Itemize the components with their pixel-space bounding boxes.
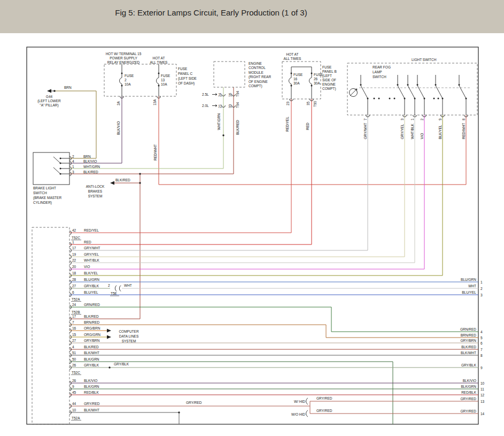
connector-tag: T52B bbox=[72, 310, 80, 314]
ecm-name: CONTROL bbox=[249, 66, 266, 70]
page: BRN G44 (LEFT LOWER "A" PILLAR) HOT W/ T… bbox=[0, 0, 504, 436]
wire-label: BRN bbox=[64, 86, 72, 89]
contact-dot bbox=[466, 98, 467, 100]
pin-number: 51 bbox=[72, 351, 76, 355]
fuse-label: FUSE bbox=[314, 73, 323, 77]
connector-tag: T94 bbox=[236, 90, 239, 97]
wire-label: BLK/YEL bbox=[438, 125, 442, 139]
ground-location: "A" PILLAR) bbox=[40, 103, 58, 108]
wire-label: RED/WHT bbox=[153, 144, 157, 160]
contact-dot bbox=[158, 73, 160, 74]
pin-number: 16 bbox=[72, 326, 76, 330]
light-switch-title: LIGHT SWITCH bbox=[412, 58, 437, 62]
ground-name: G44 bbox=[46, 95, 53, 98]
wire-label: BRN/RED bbox=[461, 333, 477, 337]
contact-dot bbox=[121, 73, 123, 74]
wire-label: RED bbox=[84, 240, 91, 244]
wire-label: VIO bbox=[84, 265, 90, 269]
wire-label: WHT/BLK bbox=[84, 258, 100, 262]
continuation-number: 14 bbox=[480, 412, 485, 416]
contact-dot bbox=[158, 85, 160, 87]
wire-label: BLK/RED bbox=[461, 345, 476, 349]
fuse-label: 16 bbox=[293, 77, 298, 81]
wire-label: RED/BLK bbox=[84, 391, 99, 394]
contact-dot bbox=[291, 73, 292, 74]
contact-dot bbox=[60, 168, 61, 170]
wire-label: RED/WHT bbox=[462, 123, 466, 139]
panel-name: SIDE OF bbox=[322, 78, 336, 82]
wire-label: WHT bbox=[124, 284, 132, 287]
switch-sub-label: SWITCH bbox=[373, 75, 386, 79]
contact-dot bbox=[397, 84, 399, 86]
wire-label: GRY/RED bbox=[316, 409, 332, 412]
ecm-name: OF ENGINE bbox=[249, 80, 268, 83]
wire-label: BLK/RED bbox=[236, 120, 239, 135]
switch-sub-label: REAR FOG bbox=[373, 65, 391, 69]
variant-label: W/O HID bbox=[291, 412, 305, 416]
pin-number: 18 bbox=[72, 271, 76, 275]
contact-dot bbox=[394, 98, 396, 100]
power-label: HOT W/ TERMINAL 15 bbox=[106, 52, 142, 56]
contact-dot bbox=[433, 98, 435, 100]
component-name: CYLINDER) bbox=[33, 201, 52, 205]
pin-number: 27 bbox=[72, 284, 76, 288]
contact-dot bbox=[360, 84, 362, 86]
wire-label: BLK/WHT bbox=[84, 408, 99, 412]
contact-dot bbox=[121, 85, 123, 87]
pin-number: 17 bbox=[72, 315, 76, 318]
wire-label: GRY/BRN bbox=[461, 339, 477, 342]
pin-number: 8 bbox=[462, 118, 466, 120]
wire-label: BLK/RED bbox=[115, 178, 130, 182]
pin-number: 19 bbox=[72, 253, 76, 256]
switch-sub-label: LAMP bbox=[373, 70, 382, 74]
wire-label: BLK/RED bbox=[84, 315, 99, 318]
junction-dot bbox=[222, 134, 224, 136]
panel-name: (LEFT bbox=[322, 74, 332, 78]
pin-number: 2A bbox=[117, 101, 120, 105]
contact-dot bbox=[291, 85, 292, 87]
pin-number: 10 bbox=[72, 408, 76, 412]
continuation-number: 9 bbox=[480, 366, 483, 370]
pin-number: 35 bbox=[306, 101, 310, 105]
contact-dot bbox=[311, 85, 313, 87]
pin-number: 15 bbox=[72, 333, 76, 336]
wire-label: RED bbox=[306, 123, 309, 130]
wire-label: GRY/BLK bbox=[461, 363, 477, 367]
wire-label: WHT bbox=[468, 284, 476, 288]
wire-label: BLU/GRN bbox=[461, 278, 476, 281]
pin-number: 9 bbox=[72, 385, 74, 388]
contact-dot bbox=[442, 98, 444, 100]
panel-name: FUSE bbox=[178, 67, 188, 71]
wire-label: BLK/VIO bbox=[463, 379, 476, 383]
continuation-number: 5 bbox=[480, 336, 483, 340]
ecm-name: ENGINE bbox=[249, 62, 262, 65]
pin-number: 2 bbox=[108, 284, 110, 287]
wire-label: GRN/RED bbox=[84, 303, 100, 307]
continuation-number: 7 bbox=[480, 348, 483, 351]
contact-dot bbox=[435, 84, 437, 86]
pin-number: 3 bbox=[400, 118, 404, 120]
continuation-number: 8 bbox=[480, 354, 483, 357]
pin-number: 3 bbox=[72, 170, 74, 174]
wire-label: RED/BLK bbox=[461, 391, 476, 394]
wire-label: GRY/RED bbox=[316, 396, 332, 400]
system-name: DATA LINES bbox=[119, 334, 139, 338]
panel-name: FUSE bbox=[322, 65, 332, 69]
contact-dot bbox=[404, 98, 406, 100]
fuse-label: 13 bbox=[161, 78, 165, 82]
pin-number: 1 bbox=[72, 165, 74, 169]
junction-dot bbox=[139, 173, 141, 174]
wire-label: BLK/VIO bbox=[83, 159, 97, 163]
power-label: HOT AT bbox=[286, 52, 299, 56]
wire-label: BLK/RED bbox=[84, 345, 99, 349]
contact-dot bbox=[311, 73, 313, 74]
wire-label: BLK/WHT bbox=[84, 351, 99, 355]
wire-label: BLK/VIO bbox=[117, 121, 120, 135]
power-label: RELAY ENERGIZED bbox=[107, 60, 140, 64]
contact-dot bbox=[407, 84, 409, 86]
pin-number: 7 bbox=[72, 320, 74, 324]
wire-label: BLU/GRN bbox=[84, 278, 99, 281]
pin-number: 1 bbox=[72, 240, 74, 244]
wire-label: GRY/BLK bbox=[84, 363, 99, 367]
wire-label: BRN bbox=[83, 155, 91, 158]
